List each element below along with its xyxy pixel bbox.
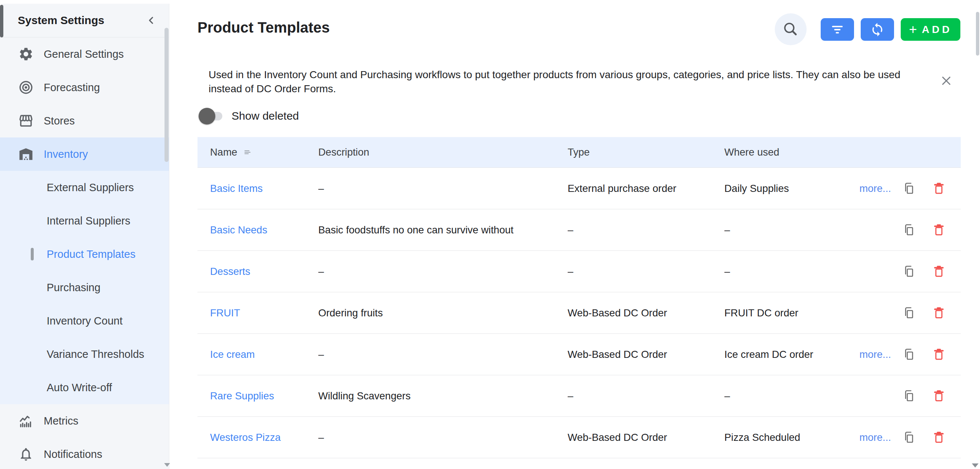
page-scroll-down-arrow[interactable] xyxy=(972,463,978,467)
template-where-used: Pizza Scheduled xyxy=(724,432,850,444)
toggle-knob xyxy=(199,108,215,124)
sidebar-scroll-down-arrow[interactable] xyxy=(164,463,170,467)
storefront-icon xyxy=(18,113,34,129)
sidebar-subitem-purchasing[interactable]: Purchasing xyxy=(0,271,169,304)
table-row: Westeros Pizza – Web-Based DC Order Pizz… xyxy=(197,417,961,458)
column-header-name[interactable]: Name xyxy=(197,146,318,158)
template-where-used: – xyxy=(724,390,850,402)
copy-icon[interactable] xyxy=(902,431,916,445)
table-row: Ice cream – Web-Based DC Order Ice cream… xyxy=(197,334,961,375)
filter-icon xyxy=(830,22,845,37)
template-name-link[interactable]: Ice cream xyxy=(210,348,255,360)
more-link[interactable]: more... xyxy=(859,183,891,194)
selected-indicator xyxy=(31,248,34,261)
sidebar-item-stores[interactable]: Stores xyxy=(0,104,169,137)
search-button[interactable] xyxy=(775,13,807,45)
sidebar-subitem-product-templates[interactable]: Product Templates xyxy=(0,237,169,271)
template-description: Ordering fruits xyxy=(318,307,568,319)
template-name-link[interactable]: Desserts xyxy=(210,266,250,277)
warehouse-icon xyxy=(18,146,34,162)
product-templates-table: Name Description Type Where used Basic I… xyxy=(197,137,961,458)
copy-icon[interactable] xyxy=(902,306,916,320)
sidebar-item-inventory[interactable]: Inventory xyxy=(0,137,169,171)
column-header-description: Description xyxy=(318,146,568,158)
delete-icon[interactable] xyxy=(932,348,946,362)
delete-icon[interactable] xyxy=(932,264,946,278)
copy-icon[interactable] xyxy=(902,264,916,278)
template-name-link[interactable]: Westeros Pizza xyxy=(210,432,281,443)
sidebar-subitem-internal-suppliers[interactable]: Internal Suppliers xyxy=(0,204,169,237)
sidebar-item-forecasting[interactable]: Forecasting xyxy=(0,71,169,104)
sidebar-item-general-settings[interactable]: General Settings xyxy=(0,37,169,71)
sidebar-subitem-variance-thresholds[interactable]: Variance Thresholds xyxy=(0,337,169,371)
template-name-link[interactable]: Rare Supplies xyxy=(210,390,274,402)
sidebar-subitem-label: Inventory Count xyxy=(47,315,123,327)
sidebar-subitem-label: External Suppliers xyxy=(47,181,134,194)
delete-icon[interactable] xyxy=(932,306,946,320)
template-type: – xyxy=(568,266,724,277)
delete-icon[interactable] xyxy=(932,181,946,196)
template-where-used: Ice cream DC order xyxy=(724,348,850,361)
table-header-row: Name Description Type Where used xyxy=(197,137,961,168)
sidebar-item-metrics[interactable]: Metrics xyxy=(0,404,169,437)
refresh-button[interactable] xyxy=(861,18,894,41)
sidebar-item-label: Forecasting xyxy=(44,81,100,94)
table-row: FRUIT Ordering fruits Web-Based DC Order… xyxy=(197,292,961,334)
sidebar-subitem-label: Auto Write-off xyxy=(47,382,112,394)
sidebar-left-scrollbar-thumb[interactable] xyxy=(0,5,3,37)
sidebar-scrollbar-thumb[interactable] xyxy=(164,28,169,162)
delete-icon[interactable] xyxy=(932,389,946,403)
column-header-where-used: Where used xyxy=(724,146,850,158)
sidebar-item-label: General Settings xyxy=(44,48,124,60)
banner-close-button[interactable] xyxy=(939,73,954,88)
collapse-sidebar-button[interactable] xyxy=(144,13,159,28)
refresh-icon xyxy=(870,22,885,37)
sidebar-item-label: Notifications xyxy=(44,448,102,461)
template-name-link[interactable]: Basic Needs xyxy=(210,224,267,235)
info-banner-text: Used in the Inventory Count and Purchasi… xyxy=(208,68,920,96)
sidebar-item-label: Inventory xyxy=(44,148,88,161)
sidebar-item-notifications[interactable]: Notifications xyxy=(0,437,169,469)
template-description: Wildling Scavengers xyxy=(318,390,568,402)
table-row: Desserts – – – xyxy=(197,251,961,292)
template-description: – xyxy=(318,266,568,277)
template-description: – xyxy=(318,348,568,361)
sidebar-subitem-external-suppliers[interactable]: External Suppliers xyxy=(0,171,169,204)
copy-icon[interactable] xyxy=(902,389,916,403)
sidebar-subitem-inventory-count[interactable]: Inventory Count xyxy=(0,304,169,337)
show-deleted-label: Show deleted xyxy=(232,110,299,122)
template-name-link[interactable]: FRUIT xyxy=(210,307,240,319)
page-title: Product Templates xyxy=(197,19,330,36)
add-button-label: ADD xyxy=(922,24,952,35)
sidebar-nav: General Settings Forecasting Stores xyxy=(0,37,169,469)
delete-icon[interactable] xyxy=(932,223,946,237)
sidebar-subitem-label: Internal Suppliers xyxy=(47,215,130,227)
template-type: Web-Based DC Order xyxy=(568,432,724,444)
chart-icon xyxy=(18,413,34,429)
filter-button[interactable] xyxy=(821,18,854,41)
template-name-link[interactable]: Basic Items xyxy=(210,183,263,194)
sidebar-subitem-label: Product Templates xyxy=(47,248,135,261)
sidebar-subitem-auto-write-off[interactable]: Auto Write-off xyxy=(0,371,169,404)
add-button[interactable]: + ADD xyxy=(901,18,960,41)
copy-icon[interactable] xyxy=(902,223,916,237)
column-header-type: Type xyxy=(568,146,724,158)
template-type: Web-Based DC Order xyxy=(568,348,724,361)
delete-icon[interactable] xyxy=(932,431,946,445)
copy-icon[interactable] xyxy=(902,181,916,196)
more-link[interactable]: more... xyxy=(859,348,891,361)
template-description: – xyxy=(318,432,568,444)
sidebar-subitem-label: Variance Thresholds xyxy=(47,348,144,361)
sort-icon[interactable] xyxy=(243,148,252,157)
page-scrollbar-thumb[interactable] xyxy=(976,12,979,56)
sidebar-title: System Settings xyxy=(18,14,144,27)
template-where-used: – xyxy=(724,224,850,236)
template-description: Basic foodstuffs no one can survive with… xyxy=(318,224,568,236)
table-row: Basic Items – External purchase order Da… xyxy=(197,168,961,209)
chevron-left-icon xyxy=(145,14,158,27)
more-link[interactable]: more... xyxy=(859,432,891,444)
table-row: Rare Supplies Wildling Scavengers – – xyxy=(197,375,961,417)
template-type: – xyxy=(568,390,724,402)
copy-icon[interactable] xyxy=(902,348,916,362)
app-root: System Settings General Settings xyxy=(0,0,980,469)
